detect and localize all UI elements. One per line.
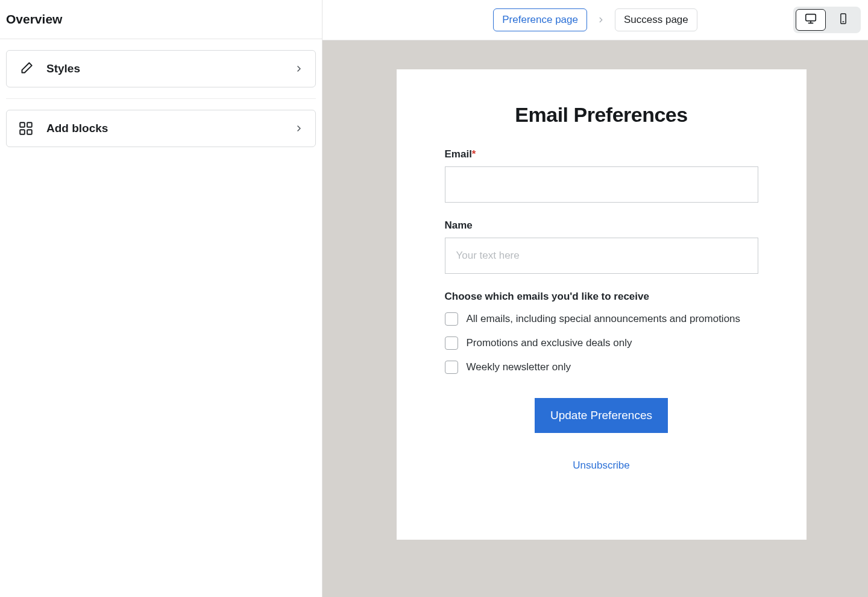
svg-rect-1 <box>27 122 32 127</box>
main: Preference page Success page <box>322 0 868 597</box>
svg-rect-4 <box>806 14 816 21</box>
blocks-icon <box>17 120 34 137</box>
checkbox-promotions-only[interactable] <box>445 336 458 350</box>
sidebar: Overview Styles <box>0 0 322 597</box>
options-group-label: Choose which emails you'd like to receiv… <box>445 291 758 303</box>
device-desktop-button[interactable] <box>796 9 826 31</box>
option-label: All emails, including special announceme… <box>467 313 741 325</box>
page-title: Email Preferences <box>445 103 758 127</box>
svg-rect-2 <box>20 130 25 134</box>
desktop-icon <box>804 12 817 28</box>
email-input[interactable] <box>445 166 758 203</box>
field-name: Name <box>445 220 758 274</box>
chevron-right-icon <box>294 123 304 134</box>
checkbox-all-emails[interactable] <box>445 312 458 326</box>
option-label: Promotions and exclusive deals only <box>467 337 632 349</box>
update-preferences-button[interactable]: Update Preferences <box>535 398 668 433</box>
sidebar-item-label: Styles <box>46 62 281 75</box>
sidebar-item-label: Add blocks <box>46 122 281 135</box>
preference-page-card: Email Preferences Email* Name Choose whi… <box>397 69 807 540</box>
svg-rect-3 <box>27 130 32 134</box>
option-row: Weekly newsletter only <box>445 361 758 374</box>
name-label: Name <box>445 220 758 232</box>
option-row: Promotions and exclusive deals only <box>445 336 758 350</box>
field-email: Email* <box>445 148 758 203</box>
email-label: Email* <box>445 148 758 160</box>
svg-rect-0 <box>20 122 25 127</box>
step-preference-page[interactable]: Preference page <box>493 8 587 31</box>
sidebar-header: Overview <box>0 0 322 39</box>
checkbox-weekly-newsletter[interactable] <box>445 361 458 374</box>
topbar: Preference page Success page <box>322 0 868 40</box>
divider <box>6 98 316 99</box>
required-mark: * <box>472 148 476 160</box>
device-mobile-button[interactable] <box>828 9 858 31</box>
sidebar-item-styles[interactable]: Styles <box>6 50 316 87</box>
mobile-icon <box>837 13 849 27</box>
chevron-right-icon <box>294 63 304 74</box>
device-toggle <box>793 7 861 33</box>
sidebar-body: Styles Add blocks <box>0 39 322 158</box>
step-nav: Preference page Success page <box>493 8 697 31</box>
actions: Update Preferences Unsubscribe <box>445 398 758 472</box>
pencil-icon <box>17 60 34 77</box>
chevron-right-icon <box>597 16 605 24</box>
svg-rect-7 <box>841 14 846 24</box>
canvas: Email Preferences Email* Name Choose whi… <box>322 40 868 597</box>
option-row: All emails, including special announceme… <box>445 312 758 326</box>
sidebar-title: Overview <box>6 12 316 27</box>
option-label: Weekly newsletter only <box>467 361 571 373</box>
sidebar-item-add-blocks[interactable]: Add blocks <box>6 110 316 147</box>
unsubscribe-link[interactable]: Unsubscribe <box>573 460 630 472</box>
step-success-page[interactable]: Success page <box>615 8 697 31</box>
email-label-text: Email <box>445 148 472 160</box>
field-email-options: Choose which emails you'd like to receiv… <box>445 291 758 374</box>
name-input[interactable] <box>445 238 758 274</box>
